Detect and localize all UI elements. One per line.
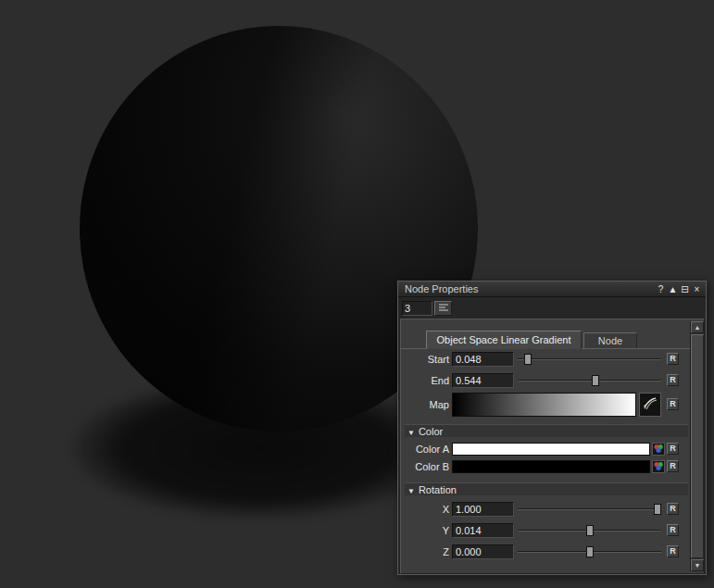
end-slider[interactable] [518,373,661,388]
color-section-header[interactable]: ▼Color [405,424,688,437]
rotation-y-reset-button[interactable]: R [667,524,679,536]
item-index-field[interactable] [402,301,432,316]
rotation-y-row: Y R [401,523,693,538]
color-a-picker-button[interactable] [652,443,665,456]
rotation-x-label: X [401,502,449,517]
rotation-y-slider[interactable] [518,523,661,538]
color-b-label: Color B [401,459,449,474]
rotation-x-slider-track [518,508,661,510]
map-reset-button[interactable]: R [667,398,679,410]
map-label: Map [401,393,449,417]
color-b-swatch[interactable] [452,460,650,473]
rotation-x-reset-button[interactable]: R [667,503,679,515]
rotation-y-value-field[interactable] [452,523,514,538]
list-icon [438,303,449,314]
color-b-picker-button[interactable] [652,460,665,473]
color-b-row: Color B R [401,459,693,474]
scrollbar[interactable]: ▲ ▼ [690,321,703,571]
panel-title: Node Properties [405,283,656,294]
start-slider[interactable] [518,352,661,367]
start-value-field[interactable] [452,352,514,367]
tab-object-space-linear-gradient[interactable]: Object Space Linear Gradient [426,331,582,349]
rgb-picker-icon [653,460,664,473]
start-label: Start [401,352,449,367]
rotation-section-header[interactable]: ▼Rotation [405,482,688,495]
rgb-picker-icon [653,443,664,456]
color-a-swatch[interactable] [452,443,650,456]
rotation-section-title: Rotation [419,484,457,495]
end-slider-handle[interactable] [592,375,599,386]
titlebar-icons: ? ▲ ⊟ × [656,284,702,294]
color-a-reset-button[interactable]: R [667,443,679,455]
collapse-triangle-icon: ▼ [407,429,415,437]
gradient-curve-icon [642,395,658,414]
scroll-down-button[interactable]: ▼ [691,559,704,571]
index-action-button[interactable] [434,301,452,316]
end-label: End [401,373,449,388]
end-reset-button[interactable]: R [667,374,679,386]
rotation-z-value-field[interactable] [452,544,514,559]
color-a-row: Color A R [401,442,693,457]
rotation-x-value-field[interactable] [452,502,514,517]
panel-titlebar[interactable]: Node Properties ? ▲ ⊟ × [398,281,706,297]
rotation-z-reset-button[interactable]: R [667,545,679,557]
rotation-z-slider-handle[interactable] [586,546,594,557]
minimize-icon[interactable]: ⊟ [680,284,690,294]
tab-node[interactable]: Node [583,332,637,349]
rotation-z-label: Z [401,544,449,559]
start-row: Start R [401,352,693,367]
rotation-y-label: Y [401,523,449,538]
scroll-up-button[interactable]: ▲ [691,321,704,333]
help-icon[interactable]: ? [656,284,666,294]
rotation-x-row: X R [401,502,693,517]
end-value-field[interactable] [452,373,514,388]
node-properties-panel: Node Properties ? ▲ ⊟ × Object Space Lin… [397,281,707,575]
rotation-z-slider[interactable] [518,544,661,559]
start-slider-handle[interactable] [524,354,532,365]
viewport: Node Properties ? ▲ ⊟ × Object Space Lin… [0,0,714,588]
rotation-x-slider-handle[interactable] [654,504,661,515]
end-row: End R [401,373,693,388]
shade-icon[interactable]: ▲ [668,284,678,294]
end-slider-track [518,380,661,382]
color-section-title: Color [419,426,443,437]
color-b-reset-button[interactable]: R [667,460,679,472]
color-a-label: Color A [401,442,449,457]
rotation-y-slider-handle[interactable] [586,525,594,536]
collapse-triangle-icon: ▼ [407,487,415,495]
gradient-editor-button[interactable] [639,393,661,417]
start-reset-button[interactable]: R [667,353,679,365]
rotation-x-slider[interactable] [518,502,661,517]
panel-body: Object Space Linear Gradient Node Start … [400,319,705,574]
scrollbar-thumb[interactable] [691,334,704,558]
map-row: Map R [401,393,693,417]
close-icon[interactable]: × [692,284,702,294]
start-slider-track [518,358,661,360]
gradient-map-preview[interactable] [452,393,636,417]
rotation-z-row: Z R [401,544,693,559]
